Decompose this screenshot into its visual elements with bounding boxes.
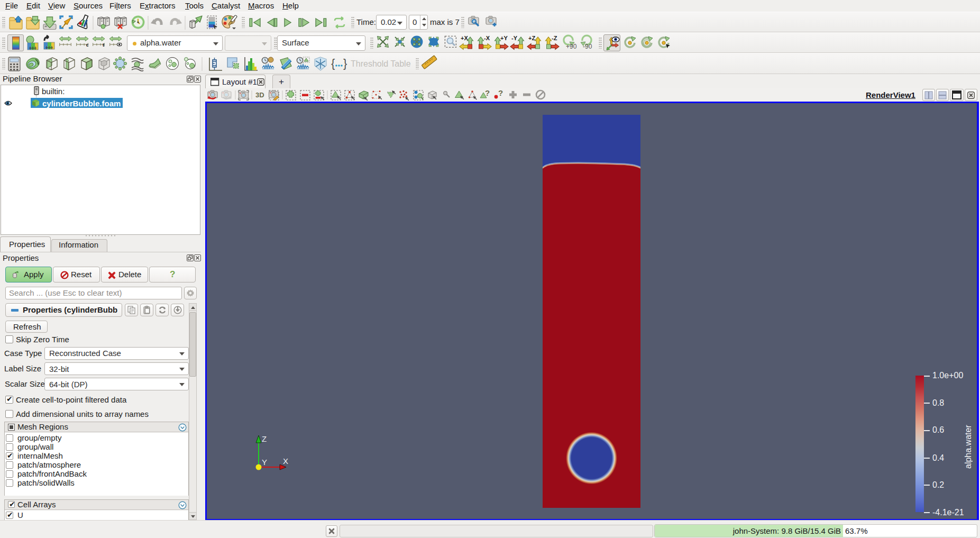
svg-text:+Y: +Y [500, 35, 508, 41]
svg-text:Z: Z [262, 434, 267, 443]
svg-text:+Z: +Z [528, 35, 535, 41]
svg-text:-Z: -Z [552, 35, 557, 41]
svg-text:-Y: -Y [511, 35, 518, 41]
svg-text:+90: +90 [566, 43, 577, 50]
svg-text:c: c [86, 41, 89, 48]
svg-text:?: ? [498, 88, 503, 97]
svg-text:?: ? [485, 88, 490, 97]
svg-text:{: { [331, 57, 335, 70]
svg-text:X: X [283, 457, 288, 466]
svg-text:+X: +X [461, 35, 468, 41]
svg-text:-X: -X [484, 35, 490, 41]
svg-text:}: } [343, 57, 347, 70]
svg-text:-90: -90 [583, 43, 592, 50]
svg-text:3D: 3D [255, 91, 264, 99]
svg-text:Y: Y [262, 458, 267, 467]
svg-text:t: t [103, 41, 105, 48]
svg-text:Threshold Table: Threshold Table [351, 59, 411, 68]
